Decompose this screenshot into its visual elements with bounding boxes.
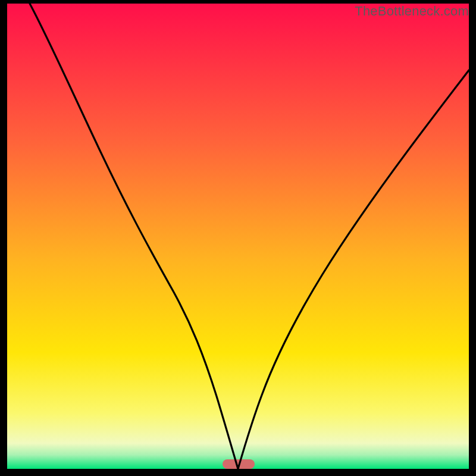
watermark-text: TheBottleneck.com: [355, 4, 469, 19]
chart-frame: TheBottleneck.com: [0, 0, 476, 476]
plot-area: [7, 4, 469, 469]
gradient-background: [7, 4, 469, 469]
chart-svg: [7, 4, 469, 469]
